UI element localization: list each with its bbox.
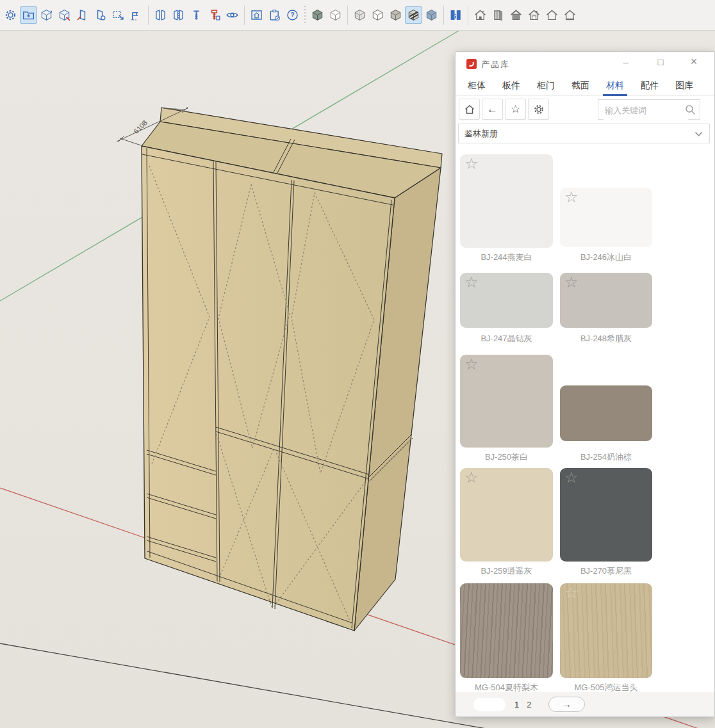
brand-panels-icon — [449, 8, 463, 22]
cube-mono-icon — [425, 8, 438, 22]
cube-shaded-button[interactable] — [387, 6, 404, 24]
house-solid-icon — [509, 8, 523, 22]
material-label: BJ-270慕尼黑 — [560, 565, 652, 577]
board-circle-button[interactable] — [92, 6, 109, 24]
product-library-panel: 产品库 – □ × 柜体板件柜门截面材料配件图库 ← ☆ 鉴林新册 ☆BJ-24… — [455, 51, 715, 717]
board-edit-button[interactable] — [74, 6, 91, 24]
selection-box-button[interactable] — [110, 6, 127, 24]
cube-xray-button[interactable] — [351, 6, 368, 24]
favorite-star-icon[interactable]: ☆ — [564, 585, 579, 601]
material-card[interactable]: ☆BJ-247晶钻灰 — [460, 273, 553, 328]
material-label: BJ-248希腊灰 — [560, 333, 652, 344]
settings-gear-button[interactable] — [2, 6, 19, 24]
brand-panels-button[interactable] — [447, 6, 464, 24]
cube-textured-button[interactable] — [405, 6, 422, 24]
favorite-star-icon[interactable]: ☆ — [564, 274, 579, 291]
favorite-star-icon[interactable]: ☆ — [464, 274, 479, 291]
help-question-button[interactable]: ? — [284, 6, 301, 24]
bolt-red-button[interactable] — [206, 6, 223, 24]
cube-rotate-button[interactable] — [38, 6, 55, 24]
material-swatch[interactable]: ☆ — [460, 355, 553, 448]
materials-grid: ☆BJ-244燕麦白☆BJ-246冰山白☆BJ-247晶钻灰☆BJ-248希腊灰… — [456, 52, 714, 716]
house-garage-icon — [527, 8, 541, 22]
wardrobe-box-button[interactable] — [489, 6, 507, 24]
eye-view-button[interactable] — [224, 6, 241, 24]
favorite-star-icon[interactable]: ☆ — [464, 469, 479, 486]
material-card[interactable]: ☆BJ-244燕麦白 — [460, 154, 553, 248]
toolbar-separator — [304, 6, 306, 25]
house-solid-button[interactable] — [507, 6, 525, 24]
arrow-right-icon: → — [562, 699, 571, 709]
material-card[interactable]: MG-504夏特梨木 — [460, 583, 553, 678]
toolbar-separator — [148, 6, 149, 25]
material-card[interactable]: ☆BJ-270慕尼黑 — [560, 468, 652, 562]
corner-flag-icon — [129, 8, 143, 22]
page-number-2[interactable]: 2 — [527, 700, 531, 709]
bolt-red-icon — [208, 8, 221, 22]
clipboard-check-button[interactable] — [266, 6, 283, 24]
favorite-star-icon[interactable]: ☆ — [464, 356, 479, 373]
material-swatch[interactable]: ☆ — [560, 583, 652, 678]
cube-edit-button[interactable] — [56, 6, 73, 24]
house-tools-button[interactable] — [472, 6, 489, 24]
door-pair-a-button[interactable] — [152, 6, 169, 24]
favorite-star-icon[interactable]: ☆ — [564, 189, 579, 206]
toolbar-separator — [347, 6, 348, 25]
material-label: BJ-254奶油棕 — [560, 451, 652, 463]
house-outline-button[interactable] — [543, 6, 561, 24]
page-number-1[interactable]: 1 — [514, 700, 519, 709]
material-swatch[interactable]: ☆ — [460, 154, 553, 248]
material-card[interactable]: ☆BJ-248希腊灰 — [560, 273, 652, 328]
wardrobe-model[interactable] — [142, 108, 442, 631]
cube-mono-button[interactable] — [423, 6, 440, 24]
material-label: BJ-244燕麦白 — [460, 252, 553, 263]
house-tools-icon — [473, 8, 487, 22]
frame-house-icon — [250, 8, 263, 22]
material-swatch[interactable] — [460, 583, 553, 678]
frame-house-button[interactable] — [248, 6, 265, 24]
house-garage-button[interactable] — [525, 6, 543, 24]
pagination-bar: 12 → — [456, 692, 714, 716]
cube-rotate-icon — [40, 8, 53, 22]
folder-import-button[interactable] — [20, 6, 37, 24]
toolbar-separator — [244, 6, 245, 25]
cube-textured-icon — [407, 8, 420, 22]
cube-hiddenline-button[interactable] — [369, 6, 386, 24]
material-swatch[interactable]: ☆ — [560, 188, 652, 247]
material-swatch[interactable] — [560, 385, 652, 441]
board-circle-icon — [94, 8, 107, 22]
material-card[interactable]: ☆BJ-259逍遥灰 — [460, 468, 553, 562]
material-card[interactable]: ☆MG-505鸿运当头 — [560, 583, 652, 678]
toolbar-separator — [468, 6, 468, 25]
cube-solid-dark-button[interactable] — [309, 6, 326, 24]
material-swatch[interactable]: ☆ — [560, 468, 652, 562]
material-swatch[interactable]: ☆ — [460, 468, 553, 562]
door-pair-b-button[interactable] — [170, 6, 187, 24]
svg-text:?: ? — [290, 11, 294, 19]
cube-shaded-icon — [389, 8, 402, 22]
page-numbers: 12 — [514, 692, 531, 716]
prev-page-button[interactable] — [473, 698, 505, 711]
favorite-star-icon[interactable]: ☆ — [464, 156, 479, 172]
bolt-blue-icon — [190, 8, 203, 22]
material-card[interactable]: ☆BJ-246冰山白 — [560, 188, 652, 247]
board-edit-icon — [76, 8, 89, 22]
material-label: BJ-246冰山白 — [560, 252, 652, 263]
cube-xray-icon — [353, 8, 366, 22]
material-card[interactable]: BJ-254奶油棕 — [560, 385, 652, 441]
house-base-icon — [563, 8, 577, 22]
next-page-button[interactable]: → — [548, 697, 585, 712]
material-swatch[interactable]: ☆ — [460, 273, 553, 328]
bolt-blue-button[interactable] — [188, 6, 205, 24]
eye-view-icon — [226, 8, 239, 22]
house-base-button[interactable] — [561, 6, 579, 24]
cube-white-button[interactable] — [327, 6, 344, 24]
material-card[interactable]: ☆BJ-250茶白 — [460, 355, 553, 448]
help-question-icon: ? — [286, 8, 299, 22]
toolbar-separator — [443, 6, 444, 25]
wardrobe-box-icon — [491, 8, 505, 22]
favorite-star-icon[interactable]: ☆ — [564, 469, 579, 486]
material-swatch[interactable]: ☆ — [560, 273, 652, 328]
material-label: BJ-259逍遥灰 — [460, 565, 553, 577]
corner-flag-button[interactable] — [127, 6, 145, 24]
